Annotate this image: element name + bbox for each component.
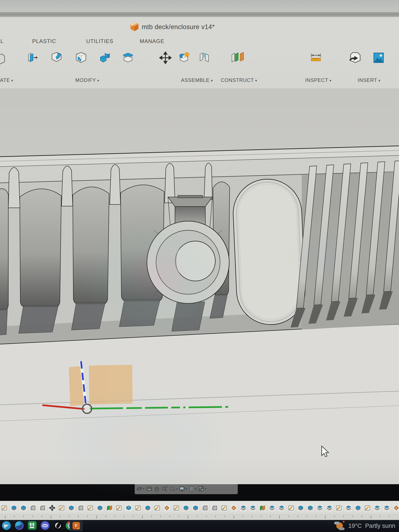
new-component-button[interactable] xyxy=(177,51,190,64)
move-copy-button[interactable] xyxy=(159,51,172,64)
ruler-tick xyxy=(115,516,115,517)
tab-partial-left[interactable]: L xyxy=(0,38,4,44)
grid-snaps-button[interactable]: ▾ xyxy=(189,486,197,492)
timeline-feature-sketch[interactable] xyxy=(335,504,343,512)
timeline-track[interactable] xyxy=(0,501,399,515)
timeline-feature-sketch[interactable] xyxy=(115,504,123,512)
timeline-feature-sketch[interactable] xyxy=(364,504,371,512)
timeline-feature-sketch[interactable] xyxy=(134,504,142,512)
combine-button[interactable] xyxy=(98,51,111,64)
timeline-feature-extrude[interactable] xyxy=(354,504,362,512)
timeline-feature-sketch[interactable] xyxy=(287,504,295,512)
ruler-tick xyxy=(389,516,389,517)
timeline-feature-extrude[interactable] xyxy=(297,504,304,512)
pan-button[interactable] xyxy=(154,486,160,492)
taskbar-fusion-360-icon[interactable]: F360 xyxy=(70,520,83,531)
timeline-feature-move[interactable] xyxy=(48,504,56,512)
ruler-tick xyxy=(96,516,97,519)
timeline-feature-sketch[interactable] xyxy=(58,504,65,512)
zoom-button[interactable] xyxy=(161,486,168,492)
display-settings-button[interactable]: ▾ xyxy=(179,486,187,492)
orbit-caret[interactable]: ▾ xyxy=(143,487,145,491)
timeline-feature-split[interactable] xyxy=(316,504,323,512)
timeline-feature-extrude[interactable] xyxy=(306,504,314,512)
ruler-tick xyxy=(142,516,143,519)
sketch-profiles xyxy=(69,365,133,406)
taskbar-weather-widget[interactable]: 19°C Partly sunn xyxy=(334,520,395,531)
split-body-button[interactable] xyxy=(121,51,135,64)
timeline-feature-extrude[interactable] xyxy=(182,504,190,512)
timeline-feature-split[interactable] xyxy=(278,504,285,512)
fillet-button[interactable] xyxy=(50,51,63,64)
timeline-feature-extrude[interactable] xyxy=(192,504,199,512)
ruler-tick xyxy=(298,516,298,517)
tab-utilities[interactable]: UTILITIES xyxy=(86,38,113,44)
timeline-feature-split[interactable] xyxy=(373,504,381,512)
timeline-feature-extrude[interactable] xyxy=(67,504,75,512)
ruler-tick xyxy=(51,516,51,519)
canvas-button[interactable] xyxy=(372,51,385,64)
ruler-tick xyxy=(224,516,225,517)
timeline-feature-fillet[interactable] xyxy=(39,504,46,512)
taskbar-green-grid-app-icon[interactable] xyxy=(28,521,37,530)
timeline-feature-fillet[interactable] xyxy=(201,504,209,512)
timeline-feature-extrude[interactable] xyxy=(19,504,27,512)
timeline-feature-fillet[interactable] xyxy=(29,504,37,512)
timeline-feature-split[interactable] xyxy=(383,504,391,512)
timeline-feature-plane[interactable] xyxy=(106,504,113,512)
construction-planes-button[interactable] xyxy=(230,51,246,64)
group-label-insert[interactable]: INSERT▾ xyxy=(358,77,380,83)
timeline-feature-combine[interactable] xyxy=(163,504,171,512)
group-label-construct[interactable]: CONSTRUCT▾ xyxy=(221,77,257,83)
timeline-feature-combine[interactable] xyxy=(230,504,238,512)
timeline-feature-split[interactable] xyxy=(325,504,333,512)
viewports-caret[interactable]: ▾ xyxy=(205,487,206,491)
timeline-feature-extrude[interactable] xyxy=(144,504,152,512)
timeline-feature-sketch[interactable] xyxy=(220,504,228,512)
ruler-tick xyxy=(32,516,33,517)
look-at-button[interactable] xyxy=(146,486,152,492)
group-label-assemble[interactable]: ASSEMBLE▾ xyxy=(181,77,213,83)
group-label-create[interactable]: ATE▾ xyxy=(0,77,13,83)
timeline-feature-split[interactable] xyxy=(249,504,257,512)
timeline-feature-combine[interactable] xyxy=(392,504,399,512)
shell-button[interactable] xyxy=(74,51,88,64)
ruler-tick xyxy=(325,516,325,519)
toolbar-divider xyxy=(218,50,218,86)
timeline-feature-hole[interactable] xyxy=(125,504,132,512)
timeline-feature-sketch[interactable] xyxy=(153,504,161,512)
display-settings-caret[interactable]: ▾ xyxy=(185,487,187,491)
timeline-ruler[interactable] xyxy=(0,514,399,520)
grid-snaps-caret[interactable]: ▾ xyxy=(195,487,197,491)
toolbar-divider xyxy=(20,50,20,86)
orbit-button[interactable]: ▾ xyxy=(136,486,145,492)
group-label-modify[interactable]: MODIFY▾ xyxy=(75,77,99,83)
taskbar-edge-icon[interactable] xyxy=(15,521,24,530)
fit-button[interactable]: ▾ xyxy=(169,486,177,492)
timeline-feature-plane[interactable] xyxy=(259,504,266,512)
joint-button[interactable] xyxy=(197,51,211,64)
timeline-feature-extrude[interactable] xyxy=(10,504,18,512)
timeline-feature-split[interactable] xyxy=(345,504,352,512)
timeline-feature-sketch[interactable] xyxy=(86,504,94,512)
taskbar-telegram-icon[interactable] xyxy=(2,521,11,530)
press-pull-button[interactable] xyxy=(26,51,39,64)
timeline-feature-split[interactable] xyxy=(268,504,276,512)
timeline-feature-split[interactable] xyxy=(239,504,247,512)
viewports-button[interactable]: ▾ xyxy=(198,486,206,492)
measure-button[interactable] xyxy=(309,51,323,64)
timeline-feature-fillet[interactable] xyxy=(211,504,218,512)
tab-plastic[interactable]: PLASTIC xyxy=(32,38,56,44)
timeline-feature-fillet[interactable] xyxy=(77,504,85,512)
taskbar-discord-icon[interactable] xyxy=(41,521,50,530)
group-label-inspect[interactable]: INSPECT▾ xyxy=(305,77,331,83)
insert-mesh-button[interactable] xyxy=(348,51,361,64)
tab-manage[interactable]: MANAGE xyxy=(140,38,164,44)
fit-caret[interactable]: ▾ xyxy=(176,487,177,491)
taskbar-dark-circle-app-icon[interactable] xyxy=(54,521,63,531)
timeline-feature-sketch[interactable] xyxy=(0,504,8,512)
partial-tool-icon[interactable] xyxy=(0,53,5,66)
model-viewport[interactable] xyxy=(0,88,399,484)
timeline-feature-extrude[interactable] xyxy=(96,504,104,512)
timeline-feature-sketch[interactable] xyxy=(172,504,180,512)
